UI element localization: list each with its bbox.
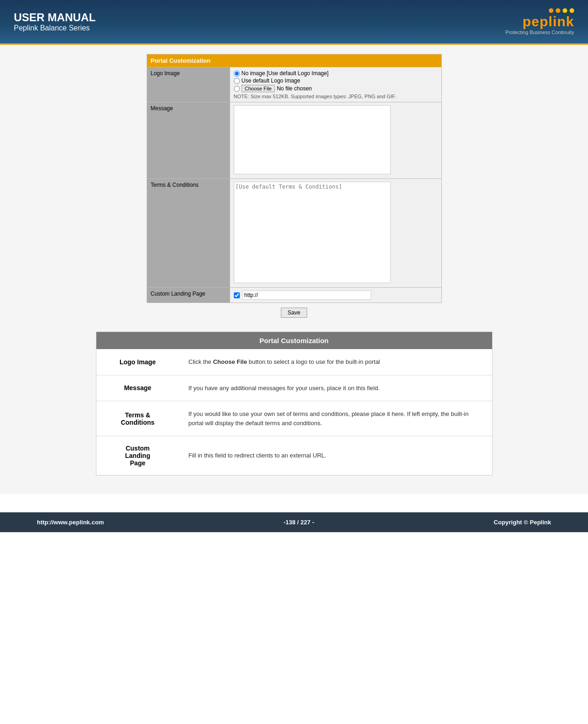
desc-header: Portal Customization <box>96 332 492 349</box>
main-content: Portal Customization Logo Image No image… <box>0 45 588 494</box>
logo-dots <box>549 8 574 13</box>
logo-image-label: Logo Image <box>147 67 230 102</box>
message-label: Message <box>147 102 230 179</box>
logo-image-value: No image [Use default Logo Image] Use de… <box>230 67 441 102</box>
page-footer: http://www.peplink.com -138 / 227 - Copy… <box>0 512 588 532</box>
dot-icon <box>563 8 567 13</box>
desc-terms-label: Terms &Conditions <box>96 401 179 436</box>
choose-file-button[interactable]: Choose File <box>242 85 275 92</box>
logo-name: peplink <box>523 14 574 30</box>
peplink-logo: peplink Protecting Business Continuity <box>505 8 574 35</box>
landing-page-value <box>230 288 441 303</box>
message-value <box>230 102 441 179</box>
message-textarea[interactable] <box>234 105 391 174</box>
logo-link: link <box>548 14 574 29</box>
logo-option2-label: Use default Logo Image <box>242 77 300 84</box>
footer-copyright: Copyright © Peplink <box>494 519 551 526</box>
terms-row: Terms & Conditions <box>147 179 441 288</box>
logo-radio-1[interactable] <box>234 71 240 77</box>
landing-page-input[interactable] <box>242 291 371 300</box>
page-title: USER MANUAL <box>14 11 95 24</box>
desc-message-text: If you have any additional messages for … <box>179 375 492 401</box>
save-button[interactable]: Save <box>281 308 307 318</box>
terms-value <box>230 179 441 288</box>
desc-logo-row: Logo Image Click the Choose File button … <box>96 349 492 375</box>
landing-page-label: Custom Landing Page <box>147 288 230 303</box>
dot-icon <box>570 8 574 13</box>
desc-table: Logo Image Click the Choose File button … <box>96 349 492 475</box>
desc-landing-label: CustomLandingPage <box>96 436 179 475</box>
landing-page-input-row <box>234 291 438 300</box>
desc-terms-text: If you would like to use your own set of… <box>179 401 492 436</box>
page-subtitle: Peplink Balance Series <box>14 24 95 32</box>
logo-pep: pep <box>523 14 548 29</box>
header-text-block: USER MANUAL Peplink Balance Series <box>14 11 95 32</box>
logo-area: peplink Protecting Business Continuity <box>505 8 574 35</box>
page-header: USER MANUAL Peplink Balance Series pepli… <box>0 0 588 45</box>
portal-form-table: Portal Customization Logo Image No image… <box>147 54 442 303</box>
desc-message-row: Message If you have any additional messa… <box>96 375 492 401</box>
landing-page-row: Custom Landing Page <box>147 288 441 303</box>
footer-page: -138 / 227 - <box>284 519 315 526</box>
logo-image-row: Logo Image No image [Use default Logo Im… <box>147 67 441 102</box>
logo-option1-label: No image [Use default Logo Image] <box>242 70 329 77</box>
logo-radio-3[interactable] <box>234 86 240 92</box>
description-section: Portal Customization Logo Image Click th… <box>96 332 493 475</box>
logo-radio-2[interactable] <box>234 78 240 84</box>
desc-landing-row: CustomLandingPage Fill in this field to … <box>96 436 492 475</box>
logo-option3-row[interactable]: Choose File No file chosen <box>234 85 438 92</box>
message-row: Message <box>147 102 441 179</box>
terms-textarea[interactable] <box>234 182 391 283</box>
dot-icon <box>556 8 560 13</box>
save-button-row: Save <box>42 303 546 322</box>
desc-logo-label: Logo Image <box>96 349 179 375</box>
terms-label: Terms & Conditions <box>147 179 230 288</box>
logo-tagline: Protecting Business Continuity <box>505 30 574 35</box>
logo-radio-group: No image [Use default Logo Image] Use de… <box>234 70 438 92</box>
desc-logo-text: Click the Choose File button to select a… <box>179 349 492 375</box>
footer-website: http://www.peplink.com <box>37 519 104 526</box>
form-table-header: Portal Customization <box>147 54 441 67</box>
desc-message-label: Message <box>96 375 179 401</box>
desc-landing-text: Fill in this field to redirect clients t… <box>179 436 492 475</box>
logo-note: NOTE: Size max 512KB. Supported images t… <box>234 94 438 99</box>
logo-option1-row[interactable]: No image [Use default Logo Image] <box>234 70 438 77</box>
no-file-text: No file chosen <box>277 85 312 92</box>
logo-option2-row[interactable]: Use default Logo Image <box>234 77 438 84</box>
desc-terms-row: Terms &Conditions If you would like to u… <box>96 401 492 436</box>
dot-icon <box>549 8 553 13</box>
landing-page-checkbox[interactable] <box>234 292 240 298</box>
